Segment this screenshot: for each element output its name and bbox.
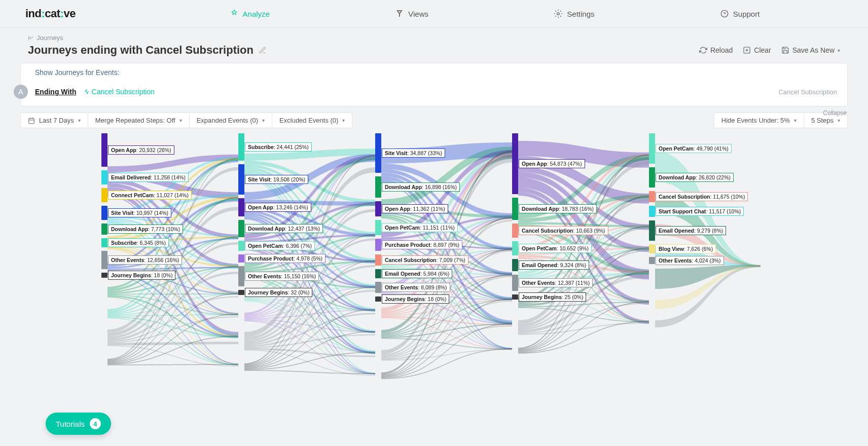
sankey-node[interactable]: Cancel Subscription: 11,675 (10%) (649, 191, 791, 202)
sankey-node[interactable]: Download App: 12,437 (13%) (238, 220, 380, 237)
sankey-flow (244, 313, 375, 347)
analyze-icon (230, 9, 239, 18)
sankey-flow (518, 322, 649, 334)
sankey-node[interactable]: Open App: 13,246 (14%) (238, 198, 380, 216)
sankey-node[interactable]: Subscribe: 6,345 (8%) (101, 238, 243, 247)
filter-event[interactable]: Cancel Subscription (84, 88, 155, 96)
sankey-flow (655, 265, 761, 289)
sankey-node[interactable]: Site Visit: 34,887 (33%) (375, 133, 517, 173)
sankey-flow (107, 364, 238, 365)
sankey-node[interactable]: Other Events: 15,150 (16%) (238, 266, 380, 286)
sankey-node[interactable]: Open PetCam: 6,396 (7%) (238, 241, 380, 251)
nav-views[interactable]: Views (389, 6, 435, 21)
sankey-node[interactable]: Open PetCam: 11,151 (11%) (375, 220, 517, 235)
sankey-node[interactable]: Other Events: 8,089 (8%) (375, 282, 517, 293)
sankey-flow (518, 302, 649, 353)
edit-icon[interactable] (259, 46, 267, 54)
svg-point-0 (557, 13, 560, 15)
top-nav: ind:cat:ve AnalyzeViewsSettingsSupport (0, 0, 868, 28)
nav-analyze[interactable]: Analyze (224, 6, 276, 21)
sankey-flow (107, 294, 238, 315)
sankey-node[interactable]: Site Visit: 10,997 (14%) (101, 206, 243, 220)
sankey-flow (381, 316, 512, 325)
sankey-node[interactable]: Download App: 16,898 (16%) (375, 176, 517, 198)
sankey-flow (107, 314, 238, 316)
sankey-node[interactable]: Open PetCam: 49,790 (41%) (649, 133, 791, 164)
sankey-flow (381, 349, 512, 379)
sankey-flow (518, 303, 649, 334)
sankey-node[interactable]: Open App: 20,932 (26%) (101, 133, 243, 167)
sankey-node[interactable]: Journey Begins: 32 (0%) (238, 290, 380, 295)
sankey-flow (518, 307, 649, 322)
sankey-flow (244, 299, 375, 332)
filter-panel: Show Journeys for Events: A Ending With … (20, 63, 848, 106)
sankey-flow (107, 272, 238, 341)
collapse-button[interactable]: Collapse (823, 109, 847, 117)
sankey-flow (244, 370, 375, 374)
save-icon (781, 46, 789, 54)
nav-support[interactable]: Support (714, 6, 766, 21)
sankey-node[interactable]: Purchase Product: 4,978 (5%) (238, 254, 380, 263)
sankey-node[interactable]: Journey Begins: 18 (0%) (375, 296, 517, 302)
sankey-node[interactable]: Download App: 7,773 (10%) (101, 224, 243, 235)
sankey-node[interactable]: Cancel Subscription: 7,009 (7%) (375, 254, 517, 266)
sankey-node[interactable]: Open PetCam: 10,652 (9%) (512, 241, 654, 255)
sankey-node[interactable]: Email Delivered: 11,258 (14%) (101, 170, 243, 184)
sankey-node[interactable]: Download App: 26,820 (22%) (649, 167, 791, 188)
sankey-node[interactable]: Start Support Chat: 11,517 (10%) (649, 206, 791, 217)
sankey-node[interactable]: Download App: 18,783 (16%) (512, 198, 654, 220)
sankey-node[interactable]: Site Visit: 19,508 (20%) (238, 164, 380, 195)
sankey-node[interactable]: Connect PetCam: 11,027 (14%) (101, 188, 243, 202)
tutorials-count: 4 (90, 418, 101, 429)
logo: ind:cat:ve (25, 7, 76, 20)
sankey-flow (244, 320, 375, 374)
sankey-node[interactable]: Blog View: 7,626 (6%) (649, 244, 791, 253)
svg-point-1 (721, 10, 728, 17)
expanded-events-dropdown[interactable]: Expanded Events (0)▾ (190, 113, 272, 128)
journeys-icon (28, 35, 34, 41)
excluded-events-dropdown[interactable]: Excluded Events (0)▾ (272, 113, 352, 128)
sankey-node[interactable]: Email Opened: 5,984 (6%) (375, 269, 517, 278)
reload-button[interactable]: Reload (699, 46, 733, 54)
sankey-flow (381, 301, 512, 359)
save-as-new-button[interactable]: Save As New ▾ (781, 46, 840, 54)
sankey-node[interactable]: Journey Begins: 25 (0%) (512, 294, 654, 300)
sankey-flow (107, 274, 238, 365)
clear-icon (743, 46, 751, 54)
sankey-flow (381, 349, 512, 361)
sankey-node[interactable]: Other Events: 12,656 (16%) (101, 251, 243, 269)
ending-with-label[interactable]: Ending With (35, 88, 77, 96)
sankey-chart: Open App: 20,932 (26%)Email Delivered: 1… (20, 133, 848, 437)
sankey-flow (107, 317, 238, 365)
sankey-node[interactable]: Open App: 54,873 (47%) (512, 133, 654, 194)
sankey-node[interactable]: Journey Begins: 18 (0%) (101, 273, 243, 278)
date-range-dropdown[interactable]: Last 7 Days▾ (20, 113, 88, 128)
merge-steps-dropdown[interactable]: Merge Repeated Steps: Off▾ (88, 113, 190, 128)
tutorials-button[interactable]: Tutorials 4 (46, 413, 111, 435)
sankey-flow (107, 316, 238, 338)
sankey-flow (107, 294, 238, 316)
sankey-flow (244, 334, 375, 348)
sankey-flow (107, 336, 238, 364)
hide-events-dropdown[interactable]: Hide Events Under: 5%▾ (714, 113, 804, 128)
sankey-node[interactable]: Open App: 11,362 (11%) (375, 201, 517, 216)
controls-bar: Last 7 Days▾ Merge Repeated Steps: Off▾ … (20, 113, 848, 128)
sankey-node[interactable]: Subscribe: 24,441 (25%) (238, 133, 380, 161)
sankey-node[interactable]: Purchase Product: 8,897 (9%) (375, 239, 517, 251)
sankey-flow (381, 338, 512, 350)
sankey-node[interactable]: Other Events: 12,387 (11%) (512, 275, 654, 291)
sankey-flow (381, 323, 512, 378)
breadcrumb[interactable]: Journeys (0, 28, 868, 42)
nav-settings[interactable]: Settings (548, 6, 600, 21)
sankey-node[interactable]: Cancel Subscription: 10,663 (9%) (512, 224, 654, 238)
sankey-node[interactable]: Other Events: 4,024 (3%) (649, 257, 791, 264)
sankey-node[interactable]: Email Opened: 9,324 (8%) (512, 259, 654, 271)
sankey-flow (655, 265, 761, 309)
sankey-flow (381, 323, 512, 338)
filter-badge: A (14, 85, 28, 99)
sankey-node[interactable]: Email Opened: 9,279 (8%) (649, 220, 791, 241)
chevron-down-icon: ▾ (838, 48, 840, 53)
sankey-flow (244, 310, 375, 319)
sankey-flow (107, 296, 238, 342)
clear-button[interactable]: Clear (743, 46, 771, 54)
